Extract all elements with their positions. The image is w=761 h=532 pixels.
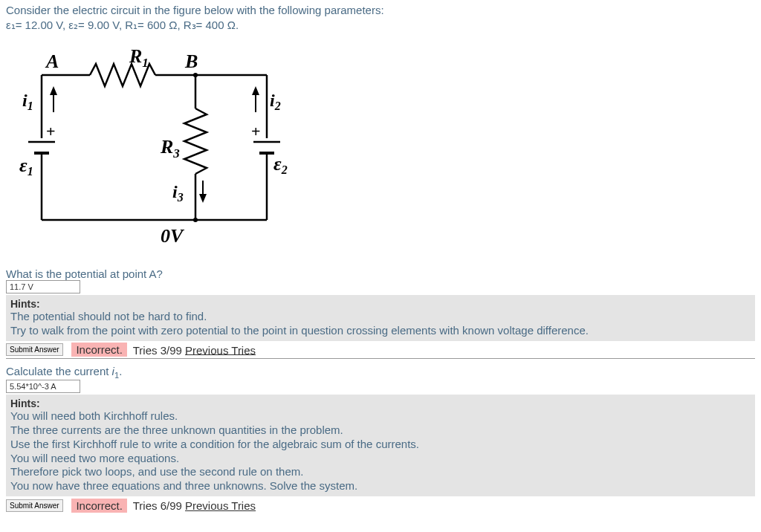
q2-result: Submit Answer Incorrect. Tries 6/99 Prev… bbox=[6, 499, 755, 512]
problem-intro: Consider the electric circuit in the fig… bbox=[6, 3, 755, 32]
q1-tries: Tries 3/99 bbox=[133, 343, 185, 356]
q1-question: What is the potential at point A? bbox=[6, 267, 755, 280]
svg-text:i2: i2 bbox=[270, 91, 281, 112]
svg-text:i3: i3 bbox=[172, 182, 184, 204]
q2-question: Calculate the current i1. bbox=[6, 365, 755, 380]
q2-hint5: Therefore pick two loops, and use the se… bbox=[10, 465, 303, 478]
svg-text:+: + bbox=[251, 122, 261, 140]
q1-hint2: Try to walk from the point with zero pot… bbox=[10, 324, 589, 337]
q2-answer-input[interactable]: 5.54*10^-3 A bbox=[6, 380, 80, 393]
q1-hints: Hints: The potential should not be hard … bbox=[6, 295, 755, 341]
q2-hint1: You will need both Kirchhoff rules. bbox=[10, 409, 178, 422]
q1-status: Incorrect. bbox=[71, 343, 127, 357]
q2-submit-button[interactable]: Submit Answer bbox=[6, 499, 63, 512]
q2-hint3: Use the first Kirchhoff rule to write a … bbox=[10, 438, 419, 450]
svg-text:ε2: ε2 bbox=[273, 153, 288, 176]
svg-text:A: A bbox=[45, 51, 59, 72]
q2-hints: Hints: You will need both Kirchhoff rule… bbox=[6, 395, 755, 496]
svg-text:R3: R3 bbox=[160, 136, 180, 160]
svg-text:+: + bbox=[46, 122, 56, 140]
q2-status: Incorrect. bbox=[71, 499, 127, 513]
svg-text:i1: i1 bbox=[22, 91, 33, 112]
q1-submit-button[interactable]: Submit Answer bbox=[6, 343, 63, 356]
q1-result: Submit Answer Incorrect. Tries 3/99 Prev… bbox=[6, 343, 755, 360]
q2-previous-tries-link[interactable]: Previous Tries bbox=[185, 499, 256, 512]
q2-hint4: You will need two more equations. bbox=[10, 452, 179, 464]
hints-label: Hints: bbox=[10, 398, 40, 409]
svg-text:ε1: ε1 bbox=[19, 155, 33, 178]
circuit-diagram: A R1 B i1 + ε1 0V R3 i3 bbox=[19, 38, 755, 256]
svg-point-21 bbox=[193, 218, 198, 222]
intro-line1: Consider the electric circuit in the fig… bbox=[6, 4, 384, 16]
hints-label: Hints: bbox=[10, 298, 40, 310]
q2-tries: Tries 6/99 bbox=[133, 499, 185, 512]
svg-marker-24 bbox=[199, 194, 207, 203]
q2-hint2: The three currents are the three unknown… bbox=[10, 424, 343, 436]
svg-marker-28 bbox=[252, 86, 259, 95]
svg-text:B: B bbox=[184, 51, 198, 72]
q1-previous-tries-link[interactable]: Previous Tries bbox=[185, 343, 256, 356]
svg-text:0V: 0V bbox=[161, 225, 185, 247]
svg-marker-9 bbox=[50, 86, 57, 95]
intro-line2: ε₁= 12.00 V, ε₂= 9.00 V, R₁= 600 Ω, R₃= … bbox=[6, 19, 239, 31]
q2-hint6: You now have three equations and three u… bbox=[10, 479, 357, 492]
q1-answer-input[interactable]: 11.7 V bbox=[6, 280, 80, 293]
q1-hint1: The potential should not be hard to find… bbox=[10, 310, 207, 322]
